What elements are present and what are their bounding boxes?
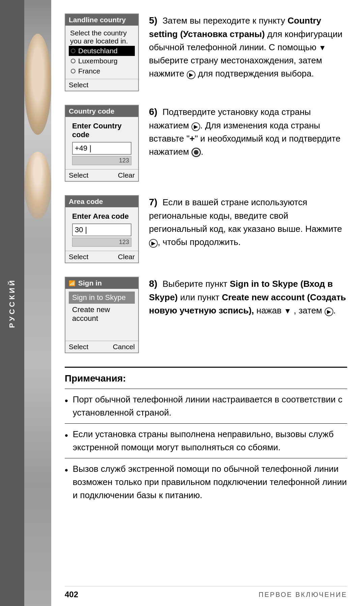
notes-divider-1 [65,389,347,389]
signin-item-2-label: Create new account [72,305,110,323]
widget8-header: 📶 Sign in [65,277,138,289]
step6-widget: Country code Enter Country code +49 | 12… [65,105,139,182]
widget6-footer: Select Clear [65,169,138,181]
nav-ok-6-icon: ▶ [191,122,200,131]
widget7-input-field[interactable]: 30 | [72,223,131,236]
signin-item-2[interactable]: Create new account [69,304,135,325]
nav-ok-7-icon: ▶ [149,239,158,248]
notes-item-2-text: Если установка страны выполнена неправил… [73,428,347,454]
step8-section: 📶 Sign in Sign in to Skype Create new ac… [65,277,347,353]
bullet-1: • [65,394,68,419]
widget7-input-hint: 123 [72,238,131,247]
sidebar: РУССКИЙ [0,0,24,606]
widget8-select-button[interactable]: Select [69,343,88,351]
widget6-body: Enter Country code +49 | 123 [65,117,138,169]
widget5-body: Select the country you are located in. D… [65,26,138,79]
notes-item-1: • Порт обычной телефонной линии настраив… [65,393,347,419]
step8-text: 8) Выберите пункт Sign in to Skype (Вход… [149,277,347,353]
widget5-item-1[interactable]: Deutschland [69,46,135,56]
step5-section: Landline country Select the country you … [65,13,347,91]
bullet-2: • [65,428,68,454]
widget6-input-value: +49 | [75,144,91,153]
widget7-footer: Select Clear [65,251,138,263]
bullet-3: • [65,463,68,502]
footer-chapter: ПЕРВОЕ ВКЛЮЧЕНИЕ [259,591,347,599]
signin-item-1-label: Sign in to Skype [72,293,126,302]
signin-widget: 📶 Sign in Sign in to Skype Create new ac… [65,277,139,353]
notes-divider-2 [65,423,347,424]
step8-description: Выберите пункт Sign in to Skype (Вход в … [149,279,346,315]
widget5-footer: Select [65,79,138,91]
photo-strip [24,0,51,606]
step5-widget: Landline country Select the country you … [65,13,139,91]
nav-ok-8-icon: ▶ [325,307,333,316]
area-code-widget: Area code Enter Area code 30 | 123 Selec… [65,195,139,263]
step6-section: Country code Enter Country code +49 | 12… [65,105,347,182]
ok-sym-6 [191,148,201,157]
widget8-header-label: Sign in [78,279,102,287]
radio-luxembourg [71,59,75,63]
notes-item-1-text: Порт обычной телефонной линии настраивае… [73,393,347,419]
nav-ok-icon: ▶ [187,70,195,79]
widget5-item-1-label: Deutschland [78,47,118,55]
step7-description: Если в вашей стране используются региона… [149,197,342,247]
step7-widget: Area code Enter Area code 30 | 123 Selec… [65,195,139,263]
widget5-item-2[interactable]: Luxembourg [69,56,135,66]
notes-item-3: • Вызов служб экстренной помощи по обычн… [65,462,347,502]
landline-country-widget: Landline country Select the country you … [65,13,139,91]
widget5-item-3[interactable]: France [69,66,135,76]
step8-widget: 📶 Sign in Sign in to Skype Create new ac… [65,277,139,353]
radio-deutschland [71,49,75,53]
sidebar-label: РУССКИЙ [8,278,17,328]
notes-item-2: • Если установка страны выполнена неправ… [65,428,347,454]
widget5-item-3-label: France [78,67,100,75]
widget6-input-field[interactable]: +49 | [72,142,131,155]
country-code-widget: Country code Enter Country code +49 | 12… [65,105,139,182]
widget7-body: Enter Area code 30 | 123 [65,207,138,251]
widget6-input-hint: 123 [72,156,131,165]
signal-icon: 📶 [69,280,75,286]
widget7-header: Area code [65,196,138,207]
notes-divider-3 [65,458,347,458]
widget7-input-value: 30 | [75,225,87,234]
widget6-header: Country code [65,105,138,117]
widget7-select-button[interactable]: Select [69,253,88,261]
step6-description: Подтвердите установку кода страны нажати… [149,107,340,157]
footer: 402 ПЕРВОЕ ВКЛЮЧЕНИЕ [65,586,347,599]
widget5-header: Landline country [65,14,138,26]
step5-description: Затем вы переходите к пункту Country set… [149,16,342,79]
radio-france [71,69,75,73]
widget8-body: Sign in to Skype Create new account [65,289,138,341]
widget8-footer: Select Cancel [65,341,138,353]
step5-text: 5) Затем вы переходите к пункту Country … [149,13,347,91]
widget5-select-button[interactable]: Select [69,81,88,89]
widget5-description: Select the country you are located in. [69,28,135,46]
widget6-clear-button[interactable]: Clear [118,171,135,179]
widget6-select-button[interactable]: Select [69,171,88,179]
widget7-clear-button[interactable]: Clear [118,253,135,261]
widget8-cancel-button[interactable]: Cancel [113,343,135,351]
notes-item-3-text: Вызов служб экстренной помощи по обычной… [73,462,347,502]
signin-item-1[interactable]: Sign in to Skype [69,292,135,304]
step6-text: 6) Подтвердите установку кода страны наж… [149,105,347,182]
step7-text: 7) Если в вашей стране используются реги… [149,195,347,263]
step6-number: 6) [149,107,157,117]
step7-number: 7) [149,197,157,207]
main-content: Landline country Select the country you … [51,0,364,606]
widget5-item-2-label: Luxembourg [78,57,118,65]
step7-section: Area code Enter Area code 30 | 123 Selec… [65,195,347,263]
notes-title: Примечания: [65,373,347,384]
footer-page-number: 402 [65,590,78,599]
widget7-input-label: Enter Area code [69,210,135,222]
widget6-input-label: Enter Country code [69,120,135,141]
step8-number: 8) [149,278,157,289]
step5-number: 5) [149,15,157,26]
notes-section: Примечания: • Порт обычной телефонной ли… [65,367,347,502]
